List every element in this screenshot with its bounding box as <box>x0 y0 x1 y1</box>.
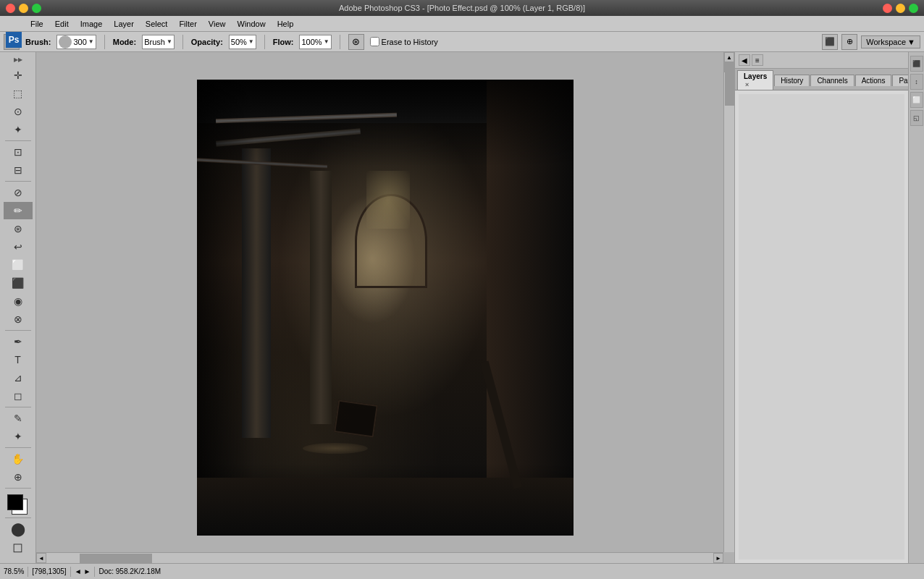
canvas-scrollbar-vertical[interactable]: ▲ ▼ <box>723 52 734 552</box>
lasso-tool[interactable]: ⊙ <box>4 103 33 120</box>
menu-select[interactable]: Select <box>140 18 173 30</box>
crop-tool[interactable]: ⊡ <box>4 143 33 161</box>
far-right-tool-3[interactable]: ⬜ <box>910 92 923 108</box>
mode-value: Brush <box>144 38 165 46</box>
title-bar: Adobe Photoshop CS3 - [Photo Effect.psd … <box>0 0 924 16</box>
status-zoom-value: 78.5% <box>4 567 24 575</box>
minimize-button-right[interactable] <box>896 4 905 13</box>
shape-tool[interactable]: ◻ <box>4 387 33 405</box>
menu-image[interactable]: Image <box>75 18 108 30</box>
far-right-tool-4[interactable]: ◱ <box>910 110 923 126</box>
image-canvas <box>197 80 574 536</box>
panel-tabs: Layers × History Channels Actions Paths <box>735 69 908 90</box>
tab-channels[interactable]: Channels <box>810 75 854 86</box>
options-bar: ✏ Brush: 300 ▼ Mode: Brush ▼ Opacity: 50… <box>0 32 924 52</box>
menu-layer[interactable]: Layer <box>109 18 139 30</box>
screen-mode-icon[interactable]: ⬛ <box>822 34 838 50</box>
gradient-tool[interactable]: ⬛ <box>4 274 33 292</box>
slice-tool[interactable]: ⊟ <box>4 161 33 179</box>
eraser-tool[interactable]: ⬜ <box>4 256 33 274</box>
chair-silhouette <box>335 400 379 438</box>
screen-mode-btn[interactable]: ◻ <box>4 538 33 556</box>
menu-window[interactable]: Window <box>232 18 271 30</box>
panel-menu-icon[interactable]: ≡ <box>752 54 763 66</box>
brush-size: 300 <box>73 38 86 46</box>
tab-history-label: History <box>781 77 803 85</box>
scroll-right-arrow[interactable]: ► <box>713 553 723 563</box>
healing-brush-tool[interactable]: ⊘ <box>4 184 33 201</box>
nav-right[interactable]: ► <box>84 567 91 575</box>
move-tool[interactable]: ✛ <box>4 67 33 84</box>
mode-label: Mode: <box>113 38 136 46</box>
flow-dropdown[interactable]: 100% ▼ <box>299 35 331 49</box>
flow-label: Flow: <box>273 38 294 46</box>
maximize-button[interactable] <box>32 4 41 13</box>
magic-wand-tool[interactable]: ✦ <box>4 121 33 138</box>
zoom-tool[interactable]: ⊕ <box>4 468 33 486</box>
close-button-right[interactable] <box>883 4 892 13</box>
scroll-left-arrow[interactable]: ◄ <box>36 553 46 563</box>
layers-content <box>739 94 904 559</box>
tab-layers[interactable]: Layers × <box>737 70 773 90</box>
notes-tool[interactable]: ✎ <box>4 410 33 427</box>
options-right: ⬛ ⊕ Workspace ▼ <box>822 34 920 50</box>
hand-tool[interactable]: ✋ <box>4 450 33 468</box>
history-brush-tool[interactable]: ↩ <box>4 238 33 255</box>
path-selection-tool[interactable]: ⊿ <box>4 369 33 386</box>
eyedropper-tool[interactable]: ✦ <box>4 428 33 445</box>
brush-picker[interactable]: 300 ▼ <box>56 35 96 49</box>
tab-actions[interactable]: Actions <box>855 75 892 86</box>
canvas-scrollbar-horizontal[interactable]: ◄ ► <box>36 552 723 563</box>
maximize-button-right[interactable] <box>909 4 918 13</box>
close-button[interactable] <box>6 4 15 13</box>
scroll-thumb-vertical[interactable] <box>725 62 734 106</box>
panel-content-layers <box>735 90 908 563</box>
far-right-tool-1[interactable]: ⬛ <box>910 56 923 72</box>
menu-help[interactable]: Help <box>272 18 299 30</box>
brush-tool active[interactable]: ✏ <box>4 202 33 219</box>
screen-switch-icon[interactable]: ⊕ <box>841 34 857 50</box>
color-indicator <box>5 494 31 515</box>
minimize-button[interactable] <box>19 4 28 13</box>
tab-history[interactable]: History <box>774 75 810 86</box>
erase-history-wrapper: Erase to History <box>370 37 438 46</box>
status-separator-1 <box>28 567 28 577</box>
flow-arrow: ▼ <box>324 38 329 45</box>
separator-5 <box>5 447 31 448</box>
scroll-up-arrow[interactable]: ▲ <box>724 52 734 62</box>
opacity-dropdown[interactable]: 50% ▼ <box>229 35 256 49</box>
workspace-label: Workspace <box>866 38 906 46</box>
clone-stamp-tool[interactable]: ⊛ <box>4 220 33 237</box>
canvas-image <box>197 80 574 536</box>
erase-history-checkbox[interactable] <box>370 37 379 46</box>
status-coord-value: [798,1305] <box>32 567 66 575</box>
right-panel: ◀ ≡ Layers × History Channels Actions <box>734 52 908 563</box>
separator-3 <box>5 330 31 331</box>
text-tool[interactable]: T <box>4 351 33 368</box>
blur-tool[interactable]: ◉ <box>4 292 33 310</box>
menu-filter[interactable]: Filter <box>174 18 201 30</box>
menu-view[interactable]: View <box>203 18 231 30</box>
quick-mask-btn[interactable]: ⬤ <box>4 520 33 538</box>
marquee-tool[interactable]: ⬚ <box>4 85 33 102</box>
toolbar-expand-icon[interactable]: ▶▶ <box>13 56 23 64</box>
far-right-tool-2[interactable]: ↕ <box>910 74 923 90</box>
menu-edit[interactable]: Edit <box>50 18 74 30</box>
scroll-thumb-horizontal[interactable] <box>80 554 152 563</box>
ps-logo: Ps <box>6 32 22 48</box>
nav-left[interactable]: ◄ <box>75 567 82 575</box>
canvas-area[interactable]: ▲ ▼ ◄ ► <box>36 52 734 563</box>
separator-2 <box>5 181 31 182</box>
foreground-color[interactable] <box>7 494 23 510</box>
dodge-tool[interactable]: ⊗ <box>4 310 33 328</box>
panel-collapse-icon[interactable]: ◀ <box>739 54 750 66</box>
pen-tool[interactable]: ✒ <box>4 333 33 350</box>
tab-layers-close[interactable]: × <box>745 81 749 88</box>
separator-7 <box>5 517 31 518</box>
mode-dropdown[interactable]: Brush ▼ <box>142 35 175 49</box>
tab-channels-label: Channels <box>817 77 847 85</box>
workspace-button[interactable]: Workspace ▼ <box>861 35 920 48</box>
airbrush-icon[interactable]: ⊛ <box>348 34 364 50</box>
panels-area: Layers × History Channels Actions Paths <box>735 69 908 563</box>
menu-file[interactable]: File <box>25 18 49 30</box>
